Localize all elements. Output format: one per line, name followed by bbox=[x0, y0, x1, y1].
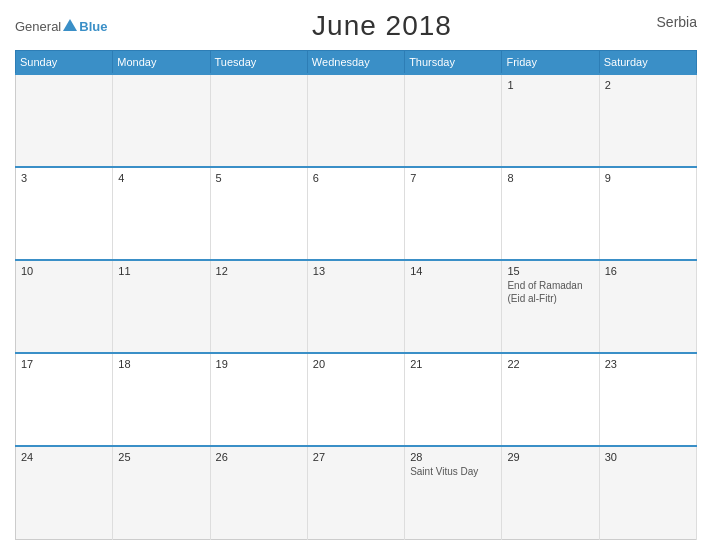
day-number: 27 bbox=[313, 451, 399, 463]
day-number: 17 bbox=[21, 358, 107, 370]
calendar-cell: 10 bbox=[16, 260, 113, 353]
day-number: 1 bbox=[507, 79, 593, 91]
calendar-cell: 17 bbox=[16, 353, 113, 446]
day-number: 10 bbox=[21, 265, 107, 277]
day-number: 26 bbox=[216, 451, 302, 463]
calendar-cell: 27 bbox=[307, 446, 404, 539]
weekday-header-friday: Friday bbox=[502, 51, 599, 75]
day-number: 15 bbox=[507, 265, 593, 277]
day-number: 5 bbox=[216, 172, 302, 184]
calendar-cell: 9 bbox=[599, 167, 696, 260]
weekday-header-row: SundayMondayTuesdayWednesdayThursdayFrid… bbox=[16, 51, 697, 75]
day-number: 4 bbox=[118, 172, 204, 184]
day-number: 21 bbox=[410, 358, 496, 370]
weekday-header-tuesday: Tuesday bbox=[210, 51, 307, 75]
event-label: Saint Vitus Day bbox=[410, 465, 496, 478]
calendar-week-row: 3456789 bbox=[16, 167, 697, 260]
calendar-cell: 11 bbox=[113, 260, 210, 353]
day-number: 20 bbox=[313, 358, 399, 370]
day-number: 22 bbox=[507, 358, 593, 370]
calendar-cell: 28Saint Vitus Day bbox=[405, 446, 502, 539]
calendar-cell bbox=[16, 74, 113, 167]
calendar-title: June 2018 bbox=[312, 10, 452, 42]
day-number: 8 bbox=[507, 172, 593, 184]
day-number: 11 bbox=[118, 265, 204, 277]
weekday-header-sunday: Sunday bbox=[16, 51, 113, 75]
calendar-cell: 15End of Ramadan(Eid al-Fitr) bbox=[502, 260, 599, 353]
calendar-cell: 23 bbox=[599, 353, 696, 446]
calendar-cell: 25 bbox=[113, 446, 210, 539]
day-number: 25 bbox=[118, 451, 204, 463]
calendar-cell: 20 bbox=[307, 353, 404, 446]
calendar-cell bbox=[210, 74, 307, 167]
day-number: 9 bbox=[605, 172, 691, 184]
calendar-cell: 1 bbox=[502, 74, 599, 167]
weekday-header-thursday: Thursday bbox=[405, 51, 502, 75]
day-number: 29 bbox=[507, 451, 593, 463]
calendar-cell bbox=[405, 74, 502, 167]
logo-general: General bbox=[15, 19, 61, 34]
calendar-cell: 5 bbox=[210, 167, 307, 260]
event-label: (Eid al-Fitr) bbox=[507, 292, 593, 305]
calendar-cell: 19 bbox=[210, 353, 307, 446]
event-label: End of Ramadan bbox=[507, 279, 593, 292]
day-number: 16 bbox=[605, 265, 691, 277]
calendar-cell bbox=[307, 74, 404, 167]
calendar-week-row: 2425262728Saint Vitus Day2930 bbox=[16, 446, 697, 539]
calendar-table: SundayMondayTuesdayWednesdayThursdayFrid… bbox=[15, 50, 697, 540]
calendar-cell: 12 bbox=[210, 260, 307, 353]
logo-blue: Blue bbox=[79, 19, 107, 34]
day-number: 13 bbox=[313, 265, 399, 277]
calendar-week-row: 17181920212223 bbox=[16, 353, 697, 446]
calendar-cell: 14 bbox=[405, 260, 502, 353]
calendar-cell: 7 bbox=[405, 167, 502, 260]
day-number: 19 bbox=[216, 358, 302, 370]
day-number: 12 bbox=[216, 265, 302, 277]
logo-triangle-icon bbox=[63, 19, 77, 31]
calendar-cell: 16 bbox=[599, 260, 696, 353]
calendar-cell: 3 bbox=[16, 167, 113, 260]
calendar-week-row: 101112131415End of Ramadan(Eid al-Fitr)1… bbox=[16, 260, 697, 353]
weekday-header-wednesday: Wednesday bbox=[307, 51, 404, 75]
calendar-cell: 8 bbox=[502, 167, 599, 260]
calendar-cell: 29 bbox=[502, 446, 599, 539]
weekday-header-monday: Monday bbox=[113, 51, 210, 75]
calendar-cell: 2 bbox=[599, 74, 696, 167]
day-number: 24 bbox=[21, 451, 107, 463]
calendar-cell: 4 bbox=[113, 167, 210, 260]
day-number: 18 bbox=[118, 358, 204, 370]
calendar-cell: 24 bbox=[16, 446, 113, 539]
calendar-cell: 18 bbox=[113, 353, 210, 446]
calendar-page: General Blue June 2018 Serbia SundayMond… bbox=[0, 0, 712, 550]
day-number: 7 bbox=[410, 172, 496, 184]
header: General Blue June 2018 Serbia bbox=[15, 10, 697, 42]
day-number: 30 bbox=[605, 451, 691, 463]
logo: General Blue bbox=[15, 19, 107, 34]
calendar-cell: 21 bbox=[405, 353, 502, 446]
calendar-cell: 26 bbox=[210, 446, 307, 539]
day-number: 6 bbox=[313, 172, 399, 184]
calendar-cell: 13 bbox=[307, 260, 404, 353]
day-number: 3 bbox=[21, 172, 107, 184]
calendar-cell: 22 bbox=[502, 353, 599, 446]
calendar-week-row: 12 bbox=[16, 74, 697, 167]
country-label: Serbia bbox=[657, 14, 697, 30]
calendar-cell: 30 bbox=[599, 446, 696, 539]
day-number: 23 bbox=[605, 358, 691, 370]
day-number: 2 bbox=[605, 79, 691, 91]
calendar-cell: 6 bbox=[307, 167, 404, 260]
calendar-cell bbox=[113, 74, 210, 167]
day-number: 28 bbox=[410, 451, 496, 463]
day-number: 14 bbox=[410, 265, 496, 277]
weekday-header-saturday: Saturday bbox=[599, 51, 696, 75]
